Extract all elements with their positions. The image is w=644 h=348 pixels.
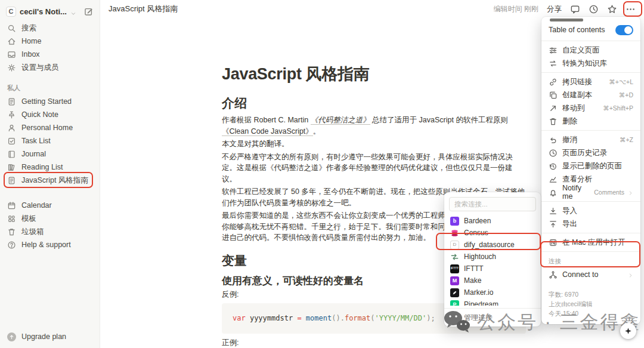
code-token (302, 314, 306, 322)
notion-app: C cecil's Noti... 搜索 Home In (0, 0, 644, 348)
menu-group-io: 导入 导出 (541, 204, 640, 230)
connect-to-item[interactable]: Connect to (541, 267, 640, 282)
sidebar-item[interactable]: Journal (0, 147, 100, 161)
toc-toggle[interactable] (615, 25, 633, 35)
menu-footer-line: 字数: 6970 (549, 290, 633, 299)
more-options-button[interactable] (626, 4, 636, 14)
share-button[interactable]: 分享 (547, 4, 562, 14)
workspace-switcher[interactable]: C cecil's Noti... (4, 4, 96, 19)
chart-icon (549, 175, 558, 184)
menu-item[interactable]: 创建副本 ⌘+D (541, 88, 640, 101)
menu-item-label: 页面历史记录 (562, 148, 607, 158)
heading-intro[interactable]: 介绍 (222, 96, 526, 111)
menu-item[interactable]: 拷贝链接 ⌘+⌥+L (541, 75, 640, 88)
menu-item[interactable]: 撤消 ⌘+Z (541, 133, 640, 146)
connection-item[interactable]: IFTTT IFTTT (444, 263, 541, 275)
sidebar-item[interactable]: Getting Started (0, 95, 100, 108)
connection-item[interactable]: b Bardeen (444, 215, 541, 227)
menu-item[interactable]: 导出 (541, 217, 640, 230)
gear-icon (7, 63, 16, 72)
menu-item[interactable]: 查看分析 (541, 173, 640, 186)
sidebar: C cecil's Noti... 搜索 Home In (0, 0, 100, 348)
page-options-menu: Table of contents 自定义页面 转换为知识库 (541, 17, 640, 324)
menu-item[interactable]: 导入 (541, 204, 640, 217)
menu-item[interactable]: Notify me Comments (541, 186, 640, 199)
star-icon[interactable] (607, 4, 617, 14)
connection-item[interactable]: Census (444, 227, 541, 239)
move-icon (549, 104, 558, 113)
connection-item[interactable]: Hightouch (444, 251, 541, 263)
connection-item[interactable]: Marker.io (444, 287, 541, 298)
menu-item[interactable]: 显示已删除的页面 (541, 159, 640, 173)
comment-icon[interactable] (570, 4, 580, 14)
paragraph-1: 作者根据 Robert C. Martin 《代码整洁之道》 总结了适用于 Ja… (222, 115, 526, 137)
upgrade-icon (7, 332, 16, 341)
make-icon: M (450, 276, 459, 285)
sidebar-item[interactable]: JavaScript 风格指南 (0, 174, 100, 187)
page-title[interactable]: JavaScript 风格指南 (222, 63, 526, 85)
sidebar-item[interactable]: Quick Note (0, 108, 100, 121)
connection-item[interactable]: D dify_datasource (444, 239, 541, 251)
compose-icon[interactable] (83, 7, 94, 17)
sidebar-item[interactable]: 模板 (0, 212, 100, 225)
sidebar-item[interactable]: Help & support (0, 238, 100, 251)
upgrade-plan: Upgrade plan (0, 330, 100, 343)
clock-icon[interactable] (589, 4, 599, 14)
menu-item-label: 导出 (562, 219, 577, 229)
manage-connections-button[interactable]: 管理连接 (444, 311, 541, 324)
cursor-indicator (620, 323, 636, 339)
breadcrumb[interactable]: JavaScript 风格指南 (109, 4, 178, 14)
menu-item[interactable]: 移动到 ⌘+Shift+P (541, 101, 640, 115)
connection-item[interactable]: P Pipedream (444, 298, 541, 306)
search-connections-input[interactable] (449, 197, 536, 211)
code-token: (). (332, 314, 345, 322)
pipedream-icon: P (450, 300, 459, 306)
sidebar-private-nav: Getting Started Quick Note Personal Home… (0, 95, 100, 187)
sidebar-item[interactable]: Personal Home (0, 121, 100, 134)
menu-item[interactable]: 转换为知识库 (541, 57, 640, 70)
menu-item[interactable]: 页面历史记录 (541, 146, 640, 159)
menu-item[interactable]: 删除 (541, 115, 640, 128)
connection-name: Make (464, 276, 481, 285)
sidebar-item[interactable]: 搜索 (0, 21, 100, 35)
duplicate-icon (549, 91, 558, 100)
sidebar-item[interactable]: Reading List (0, 161, 100, 174)
divider (541, 233, 640, 233)
menu-item[interactable]: 在 Mac 应用中打开 (541, 236, 640, 249)
connection-item[interactable]: M Make (444, 275, 541, 287)
table-of-contents-row[interactable]: Table of contents (541, 21, 640, 38)
link-clean-code-cn[interactable]: 《代码整洁之道》 (311, 116, 370, 125)
connection-name: IFTTT (464, 264, 484, 273)
menu-item[interactable]: 自定义页面 (541, 44, 640, 57)
ifttt-icon: IFTTT (450, 264, 459, 273)
sidebar-item-label: 垃圾箱 (21, 227, 44, 237)
sidebar-item[interactable]: Task List (0, 134, 100, 147)
manage-connections-label: 管理连接 (464, 313, 493, 323)
menu-item-label: 删除 (562, 116, 577, 127)
code-token: moment (306, 314, 332, 322)
sidebar-item[interactable]: Inbox (0, 48, 100, 61)
connect-section-label: 连接 (541, 254, 640, 267)
sidebar-item[interactable]: 设置与成员 (0, 61, 100, 74)
paragraph-3: 不必严格遵守本文的所有原则，有时少遵守一些效果可能会更好，具体应根据实际情况决定… (222, 152, 526, 185)
menu-footer: 字数: 6970上次由cecil编辑今天 15:40 (541, 282, 640, 319)
import-icon (549, 207, 558, 215)
export-icon (549, 220, 558, 229)
journal-icon (7, 150, 16, 159)
sidebar-item-label: Task List (21, 137, 51, 145)
sidebar-item[interactable]: Calendar (0, 199, 100, 212)
topbar-right: 编辑时间 刚刚 分享 (494, 4, 636, 14)
sidebar-item[interactable]: Home (0, 35, 100, 48)
calendar-icon (7, 201, 16, 210)
menu-group-page: 自定义页面 转换为知识库 (541, 44, 640, 70)
sidebar-item-label: JavaScript 风格指南 (21, 175, 88, 186)
sidebar-item-label: Personal Home (21, 124, 73, 132)
connect-to-label: Connect to (562, 270, 598, 279)
bardeen-icon: b (450, 217, 459, 226)
menu-item-label: 创建副本 (562, 90, 592, 100)
sidebar-item[interactable]: 垃圾箱 (0, 225, 100, 238)
link-clean-code-js[interactable]: 《Clean Code JavaScript》 (222, 127, 313, 136)
upgrade-plan-button[interactable]: Upgrade plan (0, 330, 100, 343)
code-token: format (345, 314, 370, 322)
chevron-right-icon (628, 272, 633, 278)
